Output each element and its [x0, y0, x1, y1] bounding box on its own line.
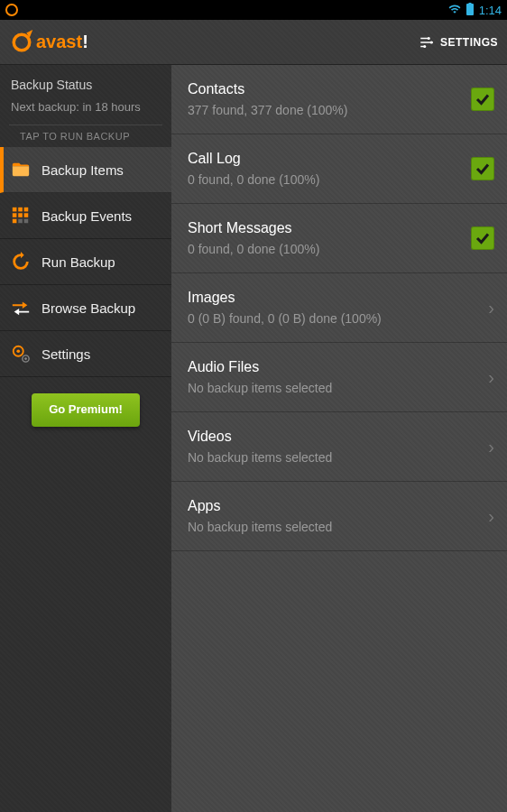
battery-icon	[466, 3, 474, 18]
tap-to-run-label: TAP TO RUN BACKUP	[9, 125, 162, 147]
swap-icon	[11, 298, 31, 318]
item-status: No backup items selected	[188, 450, 488, 465]
item-status: 0 found, 0 done (100%)	[188, 172, 471, 187]
sidebar: Backup Status Next backup: in 18 hours T…	[0, 65, 171, 812]
check-icon	[475, 161, 491, 177]
chevron-right-icon: ›	[488, 506, 494, 527]
svg-rect-6	[13, 208, 17, 212]
avast-logo: avast!	[9, 30, 88, 55]
svg-rect-9	[13, 213, 17, 217]
item-status: 0 (0 B) found, 0 (0 B) done (100%)	[188, 311, 488, 326]
checkbox-checked[interactable]	[471, 157, 494, 180]
clock: 1:14	[479, 4, 502, 17]
sidebar-item-label: Settings	[41, 346, 90, 362]
sidebar-item-backup-events[interactable]: Backup Events	[0, 193, 171, 239]
backup-item-audio-files[interactable]: Audio Files No backup items selected ›	[171, 343, 507, 412]
avast-notification-icon	[5, 4, 18, 16]
item-status: No backup items selected	[188, 381, 488, 395]
backup-status-panel[interactable]: Backup Status Next backup: in 18 hours	[0, 65, 171, 125]
gears-icon	[11, 344, 31, 364]
item-title: Videos	[188, 429, 488, 445]
backup-items-list: Contacts 377 found, 377 done (100%) Call…	[171, 65, 507, 812]
brand-text: avast	[36, 32, 82, 51]
svg-rect-11	[24, 213, 29, 217]
check-icon	[475, 91, 491, 107]
checkbox-checked[interactable]	[471, 226, 494, 250]
svg-point-3	[428, 37, 430, 40]
checkbox-checked[interactable]	[471, 88, 494, 111]
backup-status-title: Backup Status	[11, 78, 161, 92]
check-icon	[475, 230, 491, 246]
refresh-icon	[11, 252, 31, 272]
backup-item-apps[interactable]: Apps No backup items selected ›	[171, 482, 507, 551]
sliders-icon	[419, 34, 435, 51]
sidebar-item-run-backup[interactable]: Run Backup	[0, 239, 171, 285]
sidebar-item-label: Run Backup	[41, 254, 115, 270]
svg-point-2	[14, 34, 30, 51]
sidebar-item-browse-backup[interactable]: Browse Backup	[0, 285, 171, 331]
settings-button[interactable]: SETTINGS	[419, 34, 498, 51]
svg-point-4	[423, 45, 426, 48]
item-status: 0 found, 0 done (100%)	[188, 242, 471, 256]
svg-rect-13	[18, 219, 23, 224]
item-title: Audio Files	[188, 359, 488, 375]
svg-rect-8	[24, 208, 29, 212]
settings-label: SETTINGS	[440, 36, 498, 49]
svg-point-5	[430, 41, 433, 43]
android-status-bar: 1:14	[0, 0, 507, 20]
item-title: Contacts	[188, 81, 471, 97]
sidebar-item-label: Backup Events	[41, 208, 132, 224]
svg-point-18	[24, 357, 27, 360]
sidebar-menu: Backup Items Backup Events Run Backup Br…	[0, 147, 171, 377]
backup-item-call-log[interactable]: Call Log 0 found, 0 done (100%)	[171, 134, 507, 204]
svg-rect-14	[24, 219, 29, 224]
item-title: Call Log	[188, 151, 471, 167]
svg-rect-1	[468, 3, 471, 5]
backup-status-subtitle: Next backup: in 18 hours	[11, 99, 161, 115]
backup-item-short-messages[interactable]: Short Messages 0 found, 0 done (100%)	[171, 204, 507, 273]
item-status: 377 found, 377 done (100%)	[188, 103, 471, 117]
folder-icon	[11, 160, 31, 180]
item-title: Images	[188, 290, 488, 306]
chevron-right-icon: ›	[488, 367, 494, 388]
backup-item-contacts[interactable]: Contacts 377 found, 377 done (100%)	[171, 65, 507, 134]
avast-logo-icon	[9, 30, 34, 55]
sidebar-item-settings[interactable]: Settings	[0, 331, 171, 377]
grid-icon	[11, 206, 31, 226]
chevron-right-icon: ›	[488, 437, 494, 457]
chevron-right-icon: ›	[488, 298, 494, 318]
svg-rect-12	[13, 219, 17, 224]
svg-rect-10	[18, 213, 23, 217]
sidebar-item-label: Backup Items	[41, 162, 124, 178]
go-premium-button[interactable]: Go Premium!	[32, 393, 140, 427]
item-title: Apps	[188, 498, 488, 514]
sidebar-item-label: Browse Backup	[41, 300, 135, 316]
backup-item-images[interactable]: Images 0 (0 B) found, 0 (0 B) done (100%…	[171, 273, 507, 343]
premium-label: Go Premium!	[49, 402, 123, 416]
item-title: Short Messages	[188, 220, 471, 236]
svg-rect-7	[18, 208, 23, 212]
svg-rect-0	[466, 4, 474, 15]
app-header: avast! SETTINGS	[0, 20, 507, 65]
wifi-icon	[448, 3, 461, 18]
backup-item-videos[interactable]: Videos No backup items selected ›	[171, 412, 507, 482]
svg-point-16	[16, 350, 20, 354]
sidebar-item-backup-items[interactable]: Backup Items	[0, 147, 171, 193]
item-status: No backup items selected	[188, 520, 488, 534]
